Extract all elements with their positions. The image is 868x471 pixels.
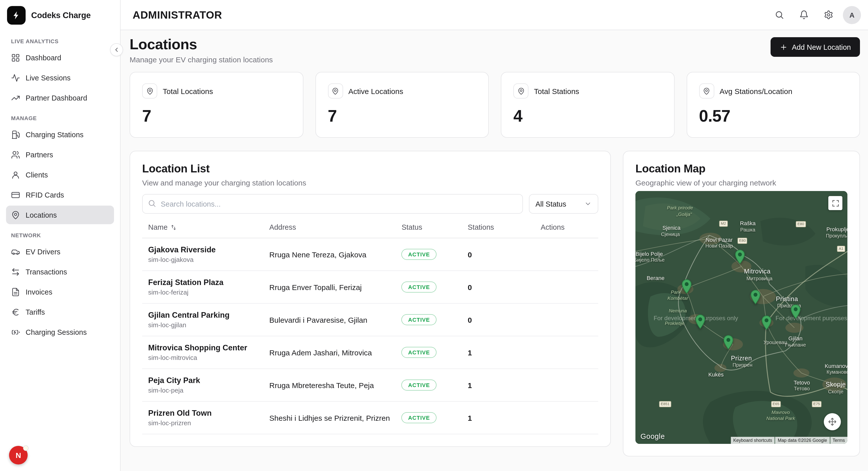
search-input[interactable] [142, 194, 523, 214]
map-place-label: Novi Pazar [706, 236, 733, 242]
map-place-label: Гњилане [785, 342, 806, 348]
arrows-left-right-icon [11, 267, 20, 276]
map-place-label: Bijelo Polje [636, 251, 663, 257]
location-actions [537, 336, 598, 369]
search-button[interactable] [769, 5, 789, 25]
table-row[interactable]: Peja City Parksim-loc-pejaRruga Mbretere… [142, 369, 598, 402]
table-row[interactable]: Ferizaj Station Plazasim-loc-ferizajRrug… [142, 271, 598, 303]
plus-icon [780, 43, 788, 51]
map-pin-marker[interactable] [761, 315, 772, 330]
road-badge: M2 [719, 221, 727, 227]
location-stations: 1 [464, 402, 537, 434]
column-header-stations: Stations [464, 217, 537, 238]
sidebar-item-label: Live Sessions [26, 73, 70, 82]
add-new-location-button[interactable]: Add New Location [771, 37, 860, 57]
stat-value: 0.57 [699, 106, 847, 126]
stat-value: 7 [328, 106, 476, 126]
sidebar-item-label: Charging Sessions [26, 328, 87, 336]
topbar: ADMINISTRATOR A [121, 0, 868, 30]
page-subtitle: Manage your EV charging station location… [130, 55, 273, 64]
road-badge: E80 [738, 237, 747, 243]
status-badge: ACTIVE [402, 412, 436, 423]
location-stations: 1 [464, 336, 537, 369]
sidebar-item-rfid-cards[interactable]: RFID Cards [6, 185, 114, 204]
sidebar-item-charging-stations[interactable]: Charging Stations [6, 125, 114, 144]
location-address: Rruga Nene Tereza, Gjakova [265, 238, 398, 271]
car-icon [11, 247, 20, 256]
stat-label: Avg Stations/Location [719, 87, 793, 95]
table-row[interactable]: Prizren Old Townsim-loc-prizrenSheshi i … [142, 402, 598, 434]
panels-row: Location List View and manage your charg… [130, 151, 860, 457]
sidebar-collapse-button[interactable] [110, 43, 123, 56]
location-map-card: Location Map Geographic view of your cha… [623, 151, 860, 457]
sidebar: Codeks Charge LIVE ANALYTICS Dashboard L… [0, 0, 121, 471]
sidebar-item-locations[interactable]: Locations [6, 206, 114, 224]
settings-button[interactable] [818, 5, 838, 25]
sidebar-item-invoices[interactable]: Invoices [6, 283, 114, 301]
map-pin-icon [699, 83, 714, 98]
avatar-initial: N [16, 451, 21, 460]
terms-link[interactable]: Terms [830, 437, 847, 444]
sidebar-item-label: RFID Cards [26, 191, 64, 199]
map-pin-marker[interactable] [695, 314, 705, 329]
map-pin-marker[interactable] [790, 304, 801, 319]
location-id: sim-loc-gjakova [148, 256, 261, 263]
map-place-label: Raška [740, 220, 755, 227]
location-actions [537, 402, 598, 434]
sidebar-item-partners[interactable]: Partners [6, 145, 114, 164]
status-filter-select[interactable]: All Status [529, 194, 598, 214]
users-icon [11, 150, 20, 159]
grid-icon [11, 53, 20, 62]
table-row[interactable]: Mitrovica Shopping Centersim-loc-mitrovi… [142, 336, 598, 369]
nav-section-live-analytics: LIVE ANALYTICS [11, 38, 109, 44]
sidebar-item-label: Tariffs [26, 308, 45, 316]
notifications-button[interactable] [794, 5, 814, 25]
map-pan-button[interactable] [824, 413, 841, 430]
map-pin-marker[interactable] [734, 249, 745, 265]
avatar-initial: A [849, 11, 855, 19]
map-pin-marker[interactable] [723, 335, 734, 350]
sidebar-item-charging-sessions[interactable]: Charging Sessions [6, 323, 114, 341]
map-place-label: Tetovo [794, 380, 810, 386]
sidebar-item-dashboard[interactable]: Dashboard [6, 48, 114, 67]
map-place-label: Skopje [826, 381, 846, 388]
road-badge: A1 [837, 245, 845, 252]
sidebar-item-transactions[interactable]: Transactions [6, 262, 114, 281]
map-canvas[interactable]: Park prirode„Golija“SjenicaСјеницаRaškaР… [636, 191, 847, 444]
map-place-label: National Park [766, 415, 795, 421]
sidebar-item-tariffs[interactable]: Tariffs [6, 303, 114, 321]
table-row[interactable]: Gjakova Riversidesim-loc-gjakovaRruga Ne… [142, 238, 598, 271]
sidebar-item-ev-drivers[interactable]: EV Drivers [6, 242, 114, 261]
stat-label: Total Stations [534, 87, 579, 95]
map-pin-icon [142, 83, 157, 98]
map-place-label: Pristina [776, 296, 798, 303]
sidebar-item-partner-dashboard[interactable]: Partner Dashboard [6, 88, 114, 107]
map-place-label: Куманово [827, 369, 847, 375]
map-pin-marker[interactable] [750, 290, 761, 305]
search-icon [148, 199, 156, 208]
google-logo[interactable]: Google [641, 432, 665, 440]
gear-icon [824, 10, 833, 20]
nav-section-network: NETWORK [11, 232, 109, 238]
location-stations: 1 [464, 369, 537, 402]
map-place-label: Prokuplje [826, 227, 847, 233]
table-row[interactable]: Gjilan Central Parkingsim-loc-gjilanBule… [142, 303, 598, 336]
map-fullscreen-button[interactable] [828, 196, 842, 210]
sidebar-item-live-sessions[interactable]: Live Sessions [6, 68, 114, 87]
locations-table: Name Address Status Stations Actions Gja… [142, 217, 598, 434]
app-root: Codeks Charge LIVE ANALYTICS Dashboard L… [0, 0, 868, 471]
stat-value: 4 [514, 106, 662, 126]
keyboard-shortcuts-link[interactable]: Keyboard shortcuts [731, 437, 775, 444]
map-place-label: „Golija“ [676, 212, 692, 217]
brand[interactable]: Codeks Charge [0, 0, 120, 30]
location-actions [537, 238, 598, 271]
user-avatar[interactable]: A [843, 6, 861, 24]
location-address: Rruga Enver Topalli, Ferizaj [265, 271, 398, 303]
map-pin-marker[interactable] [681, 279, 692, 294]
location-name: Gjilan Central Parking [148, 311, 261, 320]
column-header-name[interactable]: Name [142, 217, 265, 238]
floating-user-avatar[interactable]: N [9, 446, 28, 465]
sidebar-item-label: Clients [26, 171, 48, 179]
location-address: Sheshi i Lidhjes se Prizrenit, Prizren [265, 402, 398, 434]
sidebar-item-clients[interactable]: Clients [6, 166, 114, 184]
